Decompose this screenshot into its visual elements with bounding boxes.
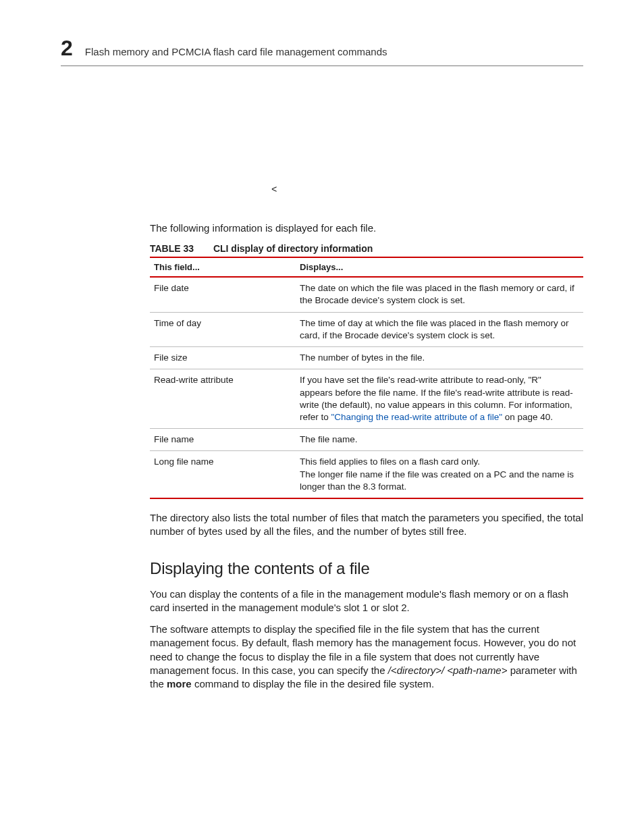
desc-line: The longer file name if the file was cre… — [300, 469, 576, 493]
p2-bold: more — [167, 678, 192, 689]
field-desc: The date on which the file was placed in… — [296, 277, 583, 312]
field-name: File name — [150, 429, 296, 451]
chapter-title: Flash memory and PCMCIA flash card file … — [85, 46, 387, 57]
p2-post: command to display the file in the desir… — [192, 678, 434, 689]
table-row: File date The date on which the file was… — [150, 277, 583, 312]
field-name: Long file name — [150, 451, 296, 498]
after-table-paragraph: The directory also lists the total numbe… — [150, 511, 583, 539]
table-caption: TABLE 33 CLI display of directory inform… — [150, 243, 583, 254]
page-header: 2 Flash memory and PCMCIA flash card fil… — [61, 37, 583, 66]
field-desc: The number of bytes in the file. — [296, 347, 583, 369]
table-row: Long file name This field applies to fil… — [150, 451, 583, 498]
desc-line: This field applies to files on a flash c… — [300, 456, 576, 468]
field-desc: This field applies to files on a flash c… — [296, 451, 583, 498]
table-head-field: This field... — [150, 257, 296, 277]
p2-italic: /<directory>/ <path-name> — [388, 664, 508, 676]
table-row: Read-write attribute If you have set the… — [150, 369, 583, 429]
content-column: < The following information is displayed… — [61, 66, 583, 691]
section-paragraph-2: The software attempts to display the spe… — [150, 623, 583, 691]
field-desc: The file name. — [296, 429, 583, 451]
section-heading: Displaying the contents of a file — [150, 559, 583, 578]
chapter-number: 2 — [61, 37, 73, 59]
table-head-displays: Displays... — [296, 257, 583, 277]
code-output-area: < — [150, 66, 583, 221]
intro-paragraph: The following information is displayed f… — [150, 221, 583, 235]
table-33: This field... Displays... File date The … — [150, 257, 583, 499]
desc-text: on page 40. — [502, 412, 553, 422]
field-name: File size — [150, 347, 296, 369]
field-name: File date — [150, 277, 296, 312]
table-header-row: This field... Displays... — [150, 257, 583, 277]
stray-char: < — [271, 184, 277, 195]
table-title: CLI display of directory information — [213, 243, 373, 254]
field-name: Read-write attribute — [150, 369, 296, 429]
table-label: TABLE 33 — [150, 243, 211, 254]
table-row: Time of day The time of day at which the… — [150, 312, 583, 346]
table-row: File size The number of bytes in the fil… — [150, 347, 583, 369]
section-paragraph-1: You can display the contents of a file i… — [150, 588, 583, 615]
cross-ref-link[interactable]: "Changing the read-write attribute of a … — [331, 412, 502, 422]
table-row: File name The file name. — [150, 429, 583, 451]
field-desc: The time of day at which the file was pl… — [296, 312, 583, 346]
field-desc: If you have set the file's read-write at… — [296, 369, 583, 429]
page: 2 Flash memory and PCMCIA flash card fil… — [0, 0, 644, 834]
field-name: Time of day — [150, 312, 296, 346]
